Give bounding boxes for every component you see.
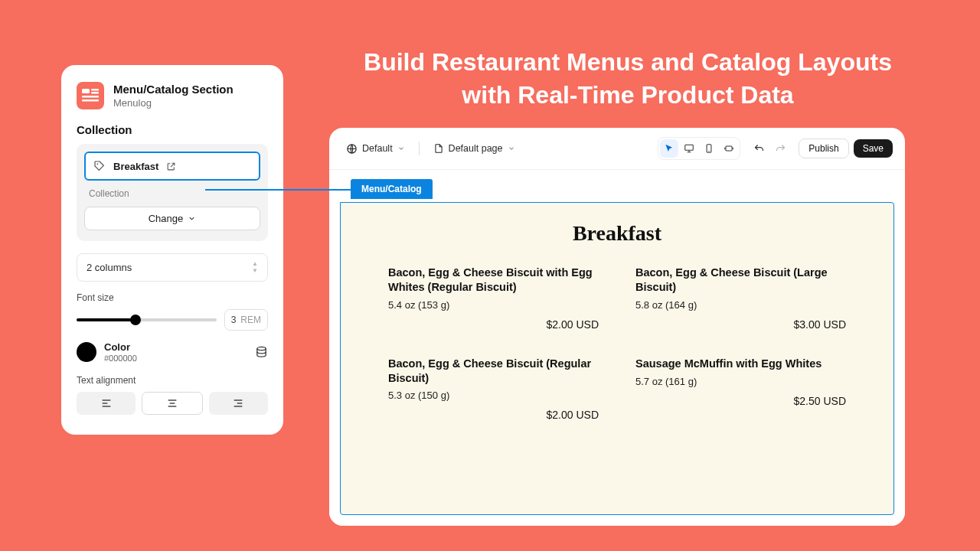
svg-rect-5 [82, 99, 99, 102]
tag-icon [93, 160, 106, 172]
inspect-toggle-button[interactable] [660, 139, 678, 158]
device-preview-group [658, 137, 740, 160]
cursor-icon [664, 143, 675, 154]
font-size-value: 3 [231, 315, 237, 325]
menu-item-name: Bacon, Egg & Cheese Biscuit (Large Biscu… [635, 266, 846, 295]
align-center-button[interactable] [142, 392, 202, 415]
collection-block: Breakfast Collection Change [77, 144, 268, 241]
align-right-button[interactable] [209, 392, 268, 415]
external-link-icon [166, 161, 176, 171]
color-swatch [77, 342, 96, 362]
chevron-down-icon [508, 145, 515, 152]
globe-icon [346, 143, 358, 155]
font-size-unit: REM [240, 315, 261, 325]
device-mobile-button[interactable] [700, 139, 718, 158]
device-desktop-button[interactable] [680, 139, 698, 158]
font-size-label: Font size [77, 292, 268, 303]
save-button[interactable]: Save [854, 139, 893, 158]
menu-item-price: $3.00 USD [635, 318, 846, 331]
menu-item-subtext: 5.4 oz (153 g) [388, 299, 599, 311]
menu-item-price: $2.50 USD [635, 395, 846, 407]
svg-point-6 [96, 163, 98, 165]
svg-rect-2 [91, 89, 99, 91]
change-button-label: Change [149, 213, 184, 224]
hero-headline-line1: Build Restaurant Menus and Catalog Layou… [322, 46, 934, 79]
menu-item: Bacon, Egg & Cheese Biscuit (Regular Bis… [388, 357, 599, 422]
panel-header: Menu/Catalog Section Menulog [77, 82, 268, 109]
mobile-icon [704, 143, 714, 154]
menu-title: Breakfast [367, 221, 867, 246]
align-left-button[interactable] [77, 392, 136, 415]
columns-select[interactable]: 2 columns ▲▼ [77, 253, 268, 282]
menu-grid: Bacon, Egg & Cheese Biscuit with Egg Whi… [367, 266, 867, 421]
color-picker[interactable]: Color #000000 [77, 341, 137, 363]
preset-label: Default [362, 143, 393, 154]
chevron-down-icon [397, 145, 405, 152]
panel-subtitle: Menulog [113, 97, 234, 109]
page-label: Default page [449, 143, 503, 154]
svg-rect-1 [82, 89, 90, 93]
chevron-down-icon [188, 214, 196, 223]
svg-rect-3 [91, 92, 99, 94]
svg-point-7 [257, 347, 266, 350]
hero-headline-line2: with Real-Time Product Data [322, 79, 934, 112]
redo-icon [775, 143, 786, 155]
editor-canvas-area: Menu/Catalog Breakfast Bacon, Egg & Chee… [329, 170, 905, 526]
redo-button[interactable] [771, 139, 789, 158]
align-right-icon [232, 397, 244, 409]
publish-button[interactable]: Publish [799, 139, 848, 158]
menu-item: Bacon, Egg & Cheese Biscuit with Egg Whi… [388, 266, 599, 331]
menu-item-name: Bacon, Egg & Cheese Biscuit with Egg Whi… [388, 266, 599, 295]
menu-canvas[interactable]: Breakfast Bacon, Egg & Cheese Biscuit wi… [340, 202, 894, 515]
change-collection-button[interactable]: Change [84, 207, 260, 230]
align-center-icon [166, 397, 178, 409]
menu-item-price: $2.00 USD [388, 318, 599, 331]
svg-rect-23 [726, 146, 732, 151]
align-left-icon [100, 397, 113, 409]
text-alignment-tabs [77, 392, 268, 415]
menu-item-name: Bacon, Egg & Cheese Biscuit (Regular Bis… [388, 357, 599, 386]
editor-toolbar: Default Default page [329, 128, 905, 170]
page-selector[interactable]: Default page [429, 140, 520, 157]
section-label-collection: Collection [77, 123, 268, 136]
panel-title: Menu/Catalog Section [113, 83, 234, 96]
app-logo-icon [77, 82, 104, 109]
editor-frame: Default Default page [329, 128, 905, 526]
menu-item: Sausage McMuffin with Egg Whites 5.7 oz … [635, 357, 846, 422]
collection-selected-chip[interactable]: Breakfast [84, 152, 260, 181]
undo-icon [753, 143, 765, 155]
collection-selected-label: Breakfast [113, 161, 158, 172]
svg-rect-18 [685, 145, 694, 150]
font-size-slider[interactable] [77, 318, 217, 321]
text-alignment-label: Text alignment [77, 375, 268, 386]
expand-icon [724, 143, 734, 154]
preset-selector[interactable]: Default [341, 140, 410, 158]
svg-rect-4 [82, 96, 99, 98]
database-icon[interactable] [255, 346, 268, 359]
undo-button[interactable] [750, 139, 768, 158]
hero-headline: Build Restaurant Menus and Catalog Layou… [322, 46, 934, 112]
desktop-icon [684, 143, 694, 154]
stepper-arrows-icon: ▲▼ [252, 261, 258, 274]
device-fullwidth-button[interactable] [720, 139, 738, 158]
connector-line [205, 189, 354, 191]
slider-thumb[interactable] [130, 315, 141, 325]
page-icon [433, 143, 444, 154]
settings-panel: Menu/Catalog Section Menulog Collection … [61, 65, 283, 435]
menu-item-subtext: 5.7 oz (161 g) [635, 376, 846, 387]
color-hex: #000000 [104, 354, 137, 363]
columns-select-label: 2 columns [87, 262, 132, 273]
canvas-section-tab[interactable]: Menu/Catalog [351, 179, 433, 199]
menu-item-subtext: 5.8 oz (164 g) [635, 299, 846, 311]
font-size-value-box[interactable]: 3 REM [224, 309, 268, 331]
color-label: Color [104, 341, 137, 353]
menu-item-subtext: 5.3 oz (150 g) [388, 390, 599, 401]
menu-item-name: Sausage McMuffin with Egg Whites [635, 357, 846, 371]
menu-item-price: $2.00 USD [388, 409, 599, 421]
menu-item: Bacon, Egg & Cheese Biscuit (Large Biscu… [635, 266, 846, 331]
